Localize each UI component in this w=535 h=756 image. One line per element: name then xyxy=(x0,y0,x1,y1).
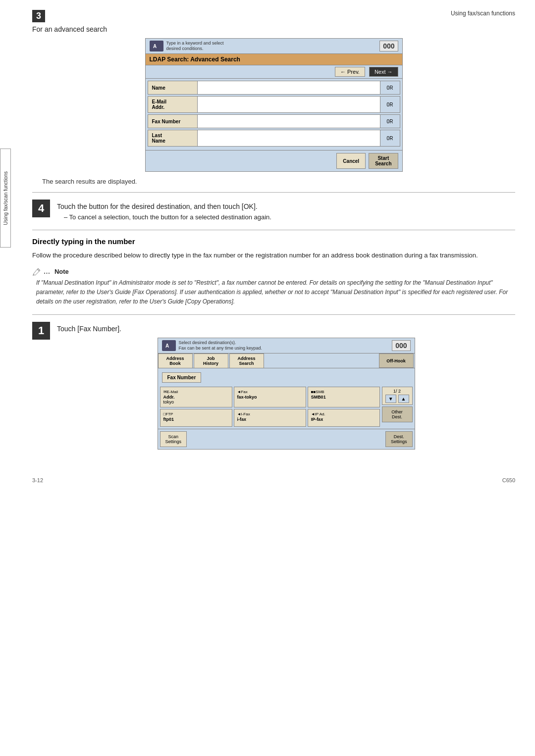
step-1-container: 1 Touch [Fax Number]. A Selec xyxy=(32,322,515,450)
ftp-icon: □FTP xyxy=(163,412,173,416)
ui-title-bar: LDAP Search: Advanced Search xyxy=(146,54,402,65)
field-email-input[interactable] xyxy=(198,97,380,112)
step-4-subtext: – To cancel a selection, touch the butto… xyxy=(64,213,515,221)
field-fax: Fax Number 0R xyxy=(148,114,400,128)
ui2-logo: A xyxy=(162,340,176,351)
note-dots: … xyxy=(43,267,50,275)
field-email-value: 0R xyxy=(380,97,400,112)
dest-fax-tokyo[interactable]: ◄Fax fax-tokyo xyxy=(234,387,306,407)
dest-row-2: □FTP ftp01 ◄I-Fax i-fax ◄IP Ad. IP-fax xyxy=(160,409,380,427)
top-header: 3 Using fax/scan functions xyxy=(32,10,515,22)
tab-off-hook[interactable]: Off-Hook xyxy=(379,353,414,368)
ipfax-icon: ◄IP Ad. xyxy=(311,412,325,416)
section-2-body: Follow the procedure described below to … xyxy=(32,251,515,261)
tab-job-history[interactable]: JobHistory xyxy=(194,353,228,368)
fax-number-button[interactable]: Fax Number xyxy=(162,372,202,383)
tab-address-book[interactable]: AddressBook xyxy=(158,353,193,368)
field-lastname: LastName 0R xyxy=(148,130,400,147)
fax-destination-screenshot: A Select desired destination(s). Fax can… xyxy=(158,338,415,450)
field-name: Name 0R xyxy=(148,81,400,95)
side-label: Using fax/scan functions xyxy=(3,171,8,225)
field-name-input[interactable] xyxy=(198,81,380,94)
ui-fields: Name 0R E-MailAddr. 0R Fax Number 0R Las… xyxy=(146,79,402,150)
ui-logo: A xyxy=(150,41,163,51)
ui2-bottom-btns: ScanSettings Dest.Settings xyxy=(158,429,415,449)
note-container: … Note If "Manual Destination Input" in … xyxy=(32,267,515,306)
scan-settings-button[interactable]: ScanSettings xyxy=(160,431,187,447)
svg-text:A: A xyxy=(165,343,169,349)
field-fax-value: 0R xyxy=(380,115,400,128)
smb-icon: ■■SMB xyxy=(311,390,324,394)
note-text: If "Manual Destination Input" in Adminis… xyxy=(32,278,515,307)
page-indicator: 1/ 2 xyxy=(393,389,401,394)
field-fax-label: Fax Number xyxy=(148,115,198,128)
ldap-search-screenshot: A Type in a keyword and select desired c… xyxy=(145,38,403,172)
section-heading: For an advanced search xyxy=(32,25,515,33)
ui2-top-bar-left: A Select desired destination(s). Fax can… xyxy=(162,340,263,351)
ui-top-bar-left: A Type in a keyword and select desired c… xyxy=(150,41,224,51)
footer-page: 3-12 xyxy=(32,477,43,483)
ui-bottom-bar: Cancel StartSearch xyxy=(146,150,402,171)
dest-ifax[interactable]: ◄I-Fax i-fax xyxy=(234,409,306,427)
note-pencil-icon xyxy=(32,267,41,276)
start-search-button[interactable]: StartSearch xyxy=(369,153,398,169)
fax-icon: ◄Fax xyxy=(237,390,248,394)
dest-area: ✉E-Mail Addr. tokyo ◄Fax fax-tokyo ■■SMB… xyxy=(158,385,415,429)
page-nav: 1/ 2 ▼ ▲ xyxy=(382,387,413,405)
field-lastname-value: 0R xyxy=(380,130,400,146)
email-icon: ✉E-Mail xyxy=(163,390,178,394)
search-results-text: The search results are displayed. xyxy=(42,178,515,185)
step-1-number: 1 xyxy=(32,322,50,340)
dest-email-tokyo[interactable]: ✉E-Mail Addr. tokyo xyxy=(160,387,232,407)
step-4-container: 4 Touch the button for the desired desti… xyxy=(32,200,515,223)
dest-ipfax[interactable]: ◄IP Ad. IP-fax xyxy=(308,409,380,427)
page-nav-arrows: ▼ ▲ xyxy=(385,395,409,403)
dest-smb01[interactable]: ■■SMB SMB01 xyxy=(308,387,380,407)
dest-ftp01[interactable]: □FTP ftp01 xyxy=(160,409,232,427)
field-lastname-input[interactable] xyxy=(198,130,380,146)
field-name-label: Name xyxy=(148,81,198,94)
dest-row-1: ✉E-Mail Addr. tokyo ◄Fax fax-tokyo ■■SMB… xyxy=(160,387,380,407)
note-header: … Note xyxy=(32,267,515,276)
other-dest-button[interactable]: OtherDest. xyxy=(382,406,413,422)
cancel-button[interactable]: Cancel xyxy=(336,153,366,169)
divider-1 xyxy=(32,192,515,193)
prev-button[interactable]: ← Prev. xyxy=(335,67,365,77)
section-2-title: Directly typing in the number xyxy=(32,237,515,246)
step-4-number: 4 xyxy=(32,200,50,217)
ui-top-bar: A Type in a keyword and select desired c… xyxy=(146,39,402,54)
divider-3 xyxy=(32,314,515,315)
dest-settings-button[interactable]: Dest.Settings xyxy=(385,431,413,447)
ifax-icon: ◄I-Fax xyxy=(237,412,250,416)
divider-2 xyxy=(32,230,515,230)
field-email-label: E-MailAddr. xyxy=(148,97,198,112)
page-up-button[interactable]: ▲ xyxy=(398,395,409,403)
next-button[interactable]: Next → xyxy=(369,67,398,77)
fax-number-row: Fax Number xyxy=(158,368,415,385)
tab-address-search[interactable]: AddressSearch xyxy=(229,353,264,368)
field-lastname-label: LastName xyxy=(148,130,198,146)
ui2-tab-bar: AddressBook JobHistory AddressSearch Off… xyxy=(158,353,415,368)
note-label: Note xyxy=(54,268,69,275)
step-4-content: Touch the button for the desired destina… xyxy=(57,200,515,223)
step-1-content: Touch [Fax Number]. A Select desired des xyxy=(57,322,515,450)
svg-text:A: A xyxy=(153,44,157,49)
ui2-instruction: Select desired destination(s). Fax can b… xyxy=(179,340,263,351)
footer: 3-12 C650 xyxy=(17,474,535,486)
ui-counter: 000 xyxy=(379,41,398,51)
ui2-counter: 000 xyxy=(392,340,410,351)
ui-nav-bar: ← Prev. Next → xyxy=(146,65,402,79)
header-title: Using fax/scan functions xyxy=(451,10,515,17)
ui-instruction: Type in a keyword and select desired con… xyxy=(166,41,224,51)
chapter-number: 3 xyxy=(32,10,45,22)
step-4-text: Touch the button for the desired destina… xyxy=(57,202,515,210)
field-name-value: 0R xyxy=(380,81,400,94)
field-email: E-MailAddr. 0R xyxy=(148,96,400,113)
footer-model: C650 xyxy=(502,477,515,483)
dest-grid-area: ✉E-Mail Addr. tokyo ◄Fax fax-tokyo ■■SMB… xyxy=(160,387,380,427)
ui2-top-bar: A Select desired destination(s). Fax can… xyxy=(158,338,415,353)
page-down-button[interactable]: ▼ xyxy=(385,395,396,403)
side-buttons: 1/ 2 ▼ ▲ OtherDest. xyxy=(382,387,413,427)
side-label-wrapper: Using fax/scan functions xyxy=(0,149,11,248)
field-fax-input[interactable] xyxy=(198,115,380,128)
